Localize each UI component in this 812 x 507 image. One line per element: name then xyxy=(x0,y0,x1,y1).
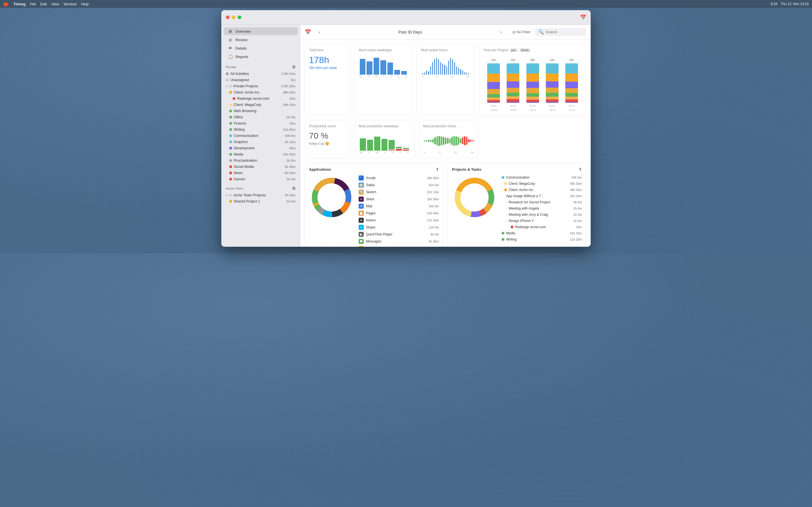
app-name[interactable]: Timing xyxy=(13,2,26,6)
redesign-acme-label: Redesign acme.com xyxy=(237,97,288,101)
media-dot xyxy=(229,153,232,156)
sidebar-item-review[interactable]: ◎ Review xyxy=(223,36,298,44)
productive-weekdays-title: Most productive weekdays xyxy=(359,124,406,128)
unassigned-dot xyxy=(226,78,229,81)
social-media-item[interactable]: Social Media 5h 36m xyxy=(221,164,300,170)
sidebar-item-details[interactable]: 👁 Details xyxy=(223,44,298,52)
traffic-lights xyxy=(226,15,241,19)
review-icon: ◎ xyxy=(228,38,233,42)
redesign-acme-item[interactable]: Redesign acme.com 10m xyxy=(221,96,300,102)
megacorp-label: Client: MegaCorp xyxy=(234,103,281,107)
social-media-time: 5h 36m xyxy=(285,165,296,168)
app-icon: 🧭 xyxy=(359,182,364,187)
menu-help[interactable]: Help xyxy=(81,2,89,6)
games-item[interactable]: Games 3h 0m xyxy=(221,176,300,182)
news-item[interactable]: News 5h 54m xyxy=(221,170,300,176)
social-media-dot xyxy=(229,165,232,168)
minimize-button[interactable] xyxy=(232,15,236,19)
app-name: Skype xyxy=(366,225,406,229)
collapse-private-icon[interactable]: ▾ xyxy=(226,85,227,88)
development-item[interactable]: Development 45m xyxy=(221,145,300,151)
client-acme-item[interactable]: Client: Acme Inc. 38h 20m xyxy=(221,89,300,96)
productivity-value: 70 % xyxy=(309,131,346,140)
writing-time: 11h 20m xyxy=(283,128,296,131)
prev-period-button[interactable]: ‹ xyxy=(315,28,323,36)
private-projects-label: Private Projects xyxy=(234,84,280,88)
app-item[interactable]: ▶QuickTime Player9h 0m xyxy=(359,231,406,237)
menubar: 🍎 Timing File Edit View Window Help 8:34… xyxy=(0,0,406,8)
development-dot xyxy=(229,147,232,150)
productivity-card: Productivity score 70 % Keep it up 😊 xyxy=(305,120,350,158)
app-item[interactable]: 💬Messages5h 30m xyxy=(359,238,406,244)
app-name: Keynote xyxy=(366,246,406,247)
development-time: 45m xyxy=(289,147,296,150)
total-time-value: 178h xyxy=(309,55,346,65)
writing-item[interactable]: Writing 11h 20m xyxy=(221,126,300,133)
procrastination-item[interactable]: Procrastination 3h 0m xyxy=(221,158,300,164)
sidebar-item-overview[interactable]: ⊞ Overview xyxy=(223,27,298,35)
all-activities-time: 178h 54m xyxy=(281,72,296,75)
app-icon: 💎 xyxy=(359,189,364,194)
total-time-title: Total time xyxy=(309,48,346,52)
all-activities-item[interactable]: All Activities 178h 54m xyxy=(221,71,300,77)
apple-menu[interactable]: 🍎 xyxy=(3,1,9,7)
client-megacorp-item[interactable]: Client: MegaCorp 39h 20m xyxy=(221,102,300,108)
office-item[interactable]: Office 2h 4m xyxy=(221,114,300,120)
finance-label: Finance xyxy=(234,121,288,125)
finance-item[interactable]: Finance 15m xyxy=(221,120,300,126)
total-time-card: Total time 178h 35h 46m per week xyxy=(305,44,350,115)
communication-item[interactable]: Communication 43h 0m xyxy=(221,133,300,139)
close-button[interactable] xyxy=(226,15,230,19)
app-item[interactable]: SSkype11h 0m xyxy=(359,224,406,230)
app-name: Xcode xyxy=(366,176,406,180)
news-dot xyxy=(229,172,232,174)
unassigned-item[interactable]: Unassigned 5m xyxy=(221,77,300,83)
total-time-sub: 35h 46m per week xyxy=(309,66,346,70)
calendar-nav-icon[interactable]: 📅 xyxy=(305,29,311,35)
media-item[interactable]: Media 22h 32m xyxy=(221,151,300,158)
sidebar-label-overview: Overview xyxy=(236,29,251,34)
menu-window[interactable]: Window xyxy=(64,2,77,6)
app-item[interactable]: 📄Pages12h 40m xyxy=(359,210,406,216)
app-list: 🔨Xcode34h 45m🧭Safari31h 5m💎Sketch22h 13m… xyxy=(359,175,406,247)
app-name: Safari xyxy=(366,183,406,187)
shared-project-1-label: Shared Project 1 xyxy=(234,200,285,203)
sidebar-item-reports[interactable]: 📋 Reports xyxy=(223,53,298,61)
private-section-label: Private xyxy=(226,65,236,69)
add-private-button[interactable]: ⊕ xyxy=(292,64,296,69)
graphics-item[interactable]: Graphics 1h 13m xyxy=(221,139,300,145)
collapse-acme-icon[interactable]: ▾ xyxy=(226,194,227,197)
app-item[interactable]: 💎Sketch22h 13m xyxy=(359,189,406,195)
web-browsing-item[interactable]: Web Browsing xyxy=(221,108,300,114)
acme-team-projects-item[interactable]: ▾ Acme Team Projects 2h 20m xyxy=(221,192,300,198)
sidebar: ⊞ Overview ◎ Review 👁 Details 📋 Reports … xyxy=(221,25,300,247)
acme-team-projects-label: Acme Team Projects xyxy=(234,193,283,197)
app-name: Notion xyxy=(366,218,406,222)
maximize-button[interactable] xyxy=(238,15,241,19)
app-item[interactable]: 🔨Xcode34h 45m xyxy=(359,175,406,181)
app-icon: N xyxy=(359,218,364,223)
media-label: Media xyxy=(234,152,281,156)
social-media-label: Social Media xyxy=(234,165,283,169)
applications-section: Applications ⬆ xyxy=(305,163,406,247)
writing-dot xyxy=(229,128,232,131)
menu-edit[interactable]: Edit xyxy=(40,2,47,6)
app-item[interactable]: 🧭Safari31h 5m xyxy=(359,182,406,188)
svg-point-11 xyxy=(320,186,343,209)
shared-project-1-item[interactable]: Shared Project 1 2h 0m xyxy=(221,198,300,205)
app-item[interactable]: 📊Keynote2h 54m xyxy=(359,245,406,247)
menu-view[interactable]: View xyxy=(51,2,59,6)
productivity-title: Productivity score xyxy=(309,124,346,128)
app-item[interactable]: ✉Mail15h 0m xyxy=(359,203,406,209)
productive-weekdays-chart xyxy=(359,131,406,151)
private-projects-dot xyxy=(229,85,232,88)
all-activities-label: All Activities xyxy=(231,72,280,76)
add-acme-team-button[interactable]: ⊕ xyxy=(292,186,296,191)
writing-label: Writing xyxy=(234,128,281,131)
app-item[interactable]: #Slack16h 30m xyxy=(359,196,406,202)
menu-file[interactable]: File xyxy=(30,2,36,6)
app-item[interactable]: NNotion11h 20m xyxy=(359,217,406,223)
private-projects-item[interactable]: ▾ Private Projects 176h 29m xyxy=(221,83,300,89)
app-icon: 📄 xyxy=(359,211,364,216)
finance-dot xyxy=(229,122,232,125)
